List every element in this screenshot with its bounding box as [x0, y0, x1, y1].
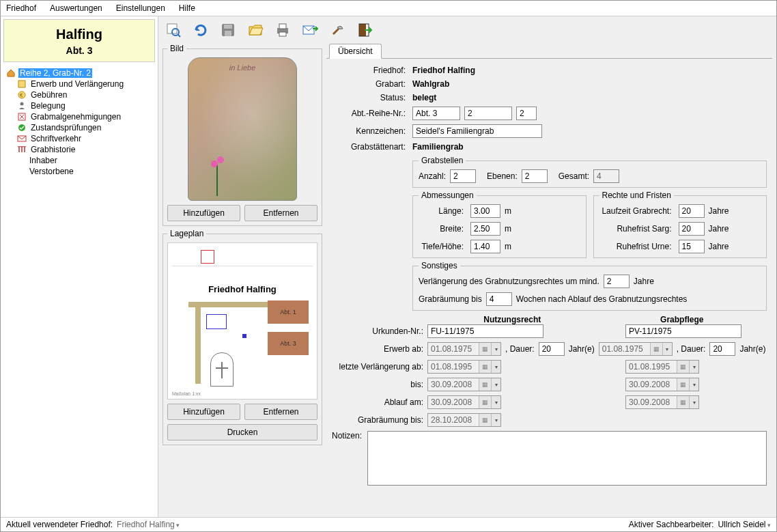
svg-line-13 — [178, 34, 180, 37]
calendar-icon[interactable]: ▦ — [677, 378, 689, 391]
plan-add-button[interactable]: Hinzufügen — [167, 404, 240, 420]
lange-input[interactable] — [470, 204, 500, 218]
lv-nutz-date[interactable]: 01.08.1995▦▾ — [427, 360, 501, 374]
notes-textarea[interactable] — [367, 431, 767, 486]
tree-historie[interactable]: Grabhistorie — [17, 144, 155, 155]
calendar-icon[interactable]: ▦ — [677, 361, 689, 373]
nr-input[interactable] — [516, 107, 537, 120]
raum-input[interactable] — [486, 292, 512, 306]
calendar-icon[interactable]: ▦ — [479, 343, 491, 355]
exit-button[interactable] — [354, 19, 376, 41]
open-button[interactable] — [244, 19, 266, 41]
grabstellen-fieldset: Grabstellen Anzahl: Ebenen: Gesamt: — [412, 156, 767, 188]
chevron-down-icon[interactable]: ▾ — [491, 343, 500, 355]
chevron-down-icon[interactable]: ▾ — [689, 361, 698, 373]
urk-pflege-input[interactable] — [625, 324, 741, 338]
tree-grabmal[interactable]: Grabmalgenehmigungen — [17, 111, 155, 122]
plan-abt3-label: Abt. 3 — [268, 332, 309, 355]
status-friedhof-dropdown[interactable]: Friedhof Halfing — [117, 520, 180, 529]
ebenen-input[interactable] — [522, 169, 548, 183]
lv-pflege-date[interactable]: 01.08.1995▦▾ — [625, 360, 699, 374]
verl-input[interactable] — [604, 275, 630, 288]
svg-rect-15 — [224, 25, 232, 29]
anzahl-input[interactable] — [450, 169, 476, 183]
plan-print-button[interactable]: Drucken — [167, 424, 317, 440]
calendar-icon[interactable]: ▦ — [479, 414, 491, 426]
print-button[interactable] — [272, 19, 294, 41]
tree-historie-label: Grabhistorie — [29, 145, 76, 154]
person-icon — [17, 101, 27, 111]
abt-input[interactable] — [412, 107, 460, 120]
tree-inhaber-label: Inhaber — [28, 156, 59, 165]
urk-nutz-input[interactable] — [427, 324, 543, 338]
tree-zustand[interactable]: Zustandsprüfungen — [17, 122, 155, 133]
chevron-down-icon[interactable]: ▾ — [689, 378, 698, 391]
search-button[interactable] — [163, 19, 184, 41]
tree-verstorbene[interactable]: Verstorbene — [28, 166, 155, 177]
menu-friedhof[interactable]: Friedhof — [6, 3, 36, 13]
tree-verstorbene-label: Verstorbene — [28, 167, 75, 176]
tree-inhaber[interactable]: Inhaber — [28, 155, 155, 166]
reihe-input[interactable] — [464, 107, 512, 120]
save-button[interactable] — [217, 19, 239, 41]
menu-einstellungen[interactable]: Einstellungen — [116, 3, 165, 13]
dig-button[interactable] — [326, 19, 348, 41]
tree-grabmal-label: Grabmalgenehmigungen — [29, 112, 122, 122]
lauf-unit: Jahre — [709, 206, 729, 216]
tiefe-input[interactable] — [470, 240, 500, 253]
email-button[interactable] — [299, 19, 321, 41]
grave-image[interactable]: in Liebe — [188, 57, 297, 201]
bild-add-button[interactable]: Hinzufügen — [167, 205, 240, 221]
home-icon — [6, 68, 16, 78]
gr-nutz-date[interactable]: 28.10.2008▦▾ — [427, 413, 501, 427]
sarg-input[interactable] — [679, 222, 705, 236]
bis-pflege-date-value: 30.09.2008 — [626, 380, 677, 389]
dauer-pflege-input[interactable] — [709, 342, 735, 356]
main-panel: Bild in Liebe Hinzufügen Entfernen Lagep… — [158, 16, 776, 517]
calendar-icon[interactable]: ▦ — [677, 396, 689, 408]
calendar-icon[interactable]: ▦ — [650, 343, 662, 355]
plan-marker-icon — [206, 314, 227, 329]
calendar-icon[interactable]: ▦ — [479, 378, 491, 391]
menu-auswertungen[interactable]: Auswertungen — [50, 3, 102, 13]
calendar-icon[interactable]: ▦ — [479, 396, 491, 408]
bis-nutz-date[interactable]: 30.09.2008▦▾ — [427, 378, 501, 391]
erw-pflege-date[interactable]: 01.08.1975▦▾ — [599, 342, 673, 356]
menu-hilfe[interactable]: Hilfe — [179, 3, 195, 13]
svg-rect-9 — [24, 147, 25, 152]
abl-pflege-date[interactable]: 30.09.2008▦▾ — [625, 395, 699, 409]
bild-remove-button[interactable]: Entfernen — [244, 205, 317, 221]
erw-nutz-date[interactable]: 01.08.1975▦▾ — [427, 342, 501, 356]
breite-input[interactable] — [470, 222, 500, 236]
kenn-input[interactable] — [412, 124, 542, 138]
toolbar — [158, 16, 776, 44]
tree-erwerb[interactable]: Erwerb und Verlängerung — [17, 79, 155, 89]
chevron-down-icon[interactable]: ▾ — [491, 396, 500, 408]
chevron-down-icon[interactable]: ▾ — [689, 396, 698, 408]
tree-zustand-label: Zustandsprüfungen — [29, 123, 102, 132]
urne-unit: Jahre — [709, 242, 729, 251]
tree-schrift[interactable]: Schriftverkehr — [17, 133, 155, 144]
refresh-button[interactable] — [190, 19, 212, 41]
calendar-icon[interactable]: ▦ — [479, 361, 491, 373]
siteplan-image[interactable]: Friedhof Halfing Abt. 1 Abt. 3 Maßstab 1… — [167, 242, 317, 400]
urne-input[interactable] — [679, 240, 705, 253]
status-user-dropdown[interactable]: Ullrich Seidel — [718, 520, 771, 529]
tree-gebuhren-label: Gebühren — [29, 90, 68, 100]
tree-belegung-label: Belegung — [29, 101, 67, 111]
chevron-down-icon[interactable]: ▾ — [491, 378, 500, 391]
plan-remove-button[interactable]: Entfernen — [244, 404, 317, 420]
chevron-down-icon[interactable]: ▾ — [662, 343, 672, 355]
tree-gebuhren[interactable]: €Gebühren — [17, 89, 155, 100]
dauer-nutz-input[interactable] — [539, 342, 565, 356]
chevron-down-icon[interactable]: ▾ — [491, 414, 500, 426]
bis-pflege-date[interactable]: 30.09.2008▦▾ — [625, 378, 699, 391]
tree-belegung[interactable]: Belegung — [17, 100, 155, 111]
bild-legend: Bild — [167, 44, 186, 53]
tab-ubersicht[interactable]: Übersicht — [329, 44, 382, 59]
abl-nutz-date[interactable]: 30.09.2008▦▾ — [427, 395, 501, 409]
tree-root[interactable]: Reihe 2, Grab-Nr. 2 — [6, 68, 155, 79]
sonstiges-fieldset: Sonstiges Verlängerung des Grabnutzungsr… — [412, 261, 767, 311]
chevron-down-icon[interactable]: ▾ — [491, 361, 500, 373]
lauf-input[interactable] — [679, 204, 705, 218]
